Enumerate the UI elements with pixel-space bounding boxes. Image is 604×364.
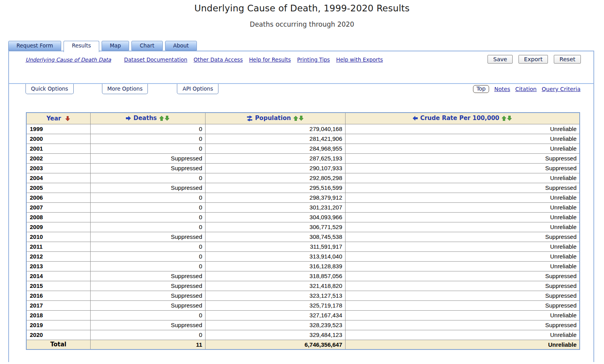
year-cell: 2015 bbox=[26, 281, 90, 291]
column-header-deaths[interactable]: Deaths bbox=[90, 113, 205, 124]
other-data-access-link[interactable]: Other Data Access bbox=[194, 56, 243, 63]
deaths-sort-icons bbox=[159, 115, 169, 122]
printing-tips-link[interactable]: Printing Tips bbox=[297, 56, 330, 63]
help-for-results-link[interactable]: Help for Results bbox=[249, 56, 291, 63]
sort-desc-green-icon[interactable] bbox=[507, 116, 512, 121]
deaths-cell: Suppressed bbox=[90, 320, 205, 330]
year-cell: 2007 bbox=[26, 202, 90, 212]
deaths-cell: 0 bbox=[90, 202, 205, 212]
deaths-cell: Suppressed bbox=[90, 271, 205, 281]
table-row: 2020 0 329,484,123 Unreliable bbox=[26, 330, 580, 340]
population-cell: 306,771,529 bbox=[205, 222, 345, 232]
deaths-cell: 0 bbox=[90, 144, 205, 153]
sort-asc-green-icon[interactable] bbox=[159, 116, 164, 121]
header-row: Year Deaths Populati bbox=[26, 113, 580, 124]
tab-about[interactable]: About bbox=[165, 41, 197, 51]
citation-link[interactable]: Citation bbox=[515, 86, 537, 92]
crude-rate-cell: Suppressed bbox=[345, 271, 580, 281]
population-cell: 292,805,298 bbox=[205, 173, 345, 183]
table-row: 2014 Suppressed 318,857,056 Suppressed bbox=[26, 271, 580, 281]
table-row: 2006 0 298,379,912 Unreliable bbox=[26, 193, 580, 202]
deaths-cell: 0 bbox=[90, 124, 205, 134]
deaths-cell: 0 bbox=[90, 193, 205, 202]
api-options-tab[interactable]: API Options bbox=[177, 84, 218, 94]
reset-button[interactable]: Reset bbox=[554, 55, 581, 64]
year-cell: 1999 bbox=[26, 124, 90, 134]
total-row: Total 11 6,746,356,647 Unreliable bbox=[26, 340, 580, 349]
top-button[interactable]: Top bbox=[473, 85, 489, 93]
table-row: 2002 Suppressed 287,625,193 Suppressed bbox=[26, 153, 580, 163]
crude-rate-cell: Unreliable bbox=[345, 310, 580, 320]
quick-options-tab[interactable]: Quick Options bbox=[25, 84, 74, 94]
tab-chart[interactable]: Chart bbox=[131, 41, 162, 51]
query-criteria-link[interactable]: Query Criteria bbox=[542, 86, 580, 92]
year-cell: 2017 bbox=[26, 300, 90, 310]
crude-rate-cell: Unreliable bbox=[345, 134, 580, 144]
table-row: 2008 0 304,093,966 Unreliable bbox=[26, 212, 580, 222]
table-row: 2015 Suppressed 321,418,820 Suppressed bbox=[26, 281, 580, 291]
export-button[interactable]: Export bbox=[518, 55, 548, 64]
column-header-crude-rate[interactable]: Crude Rate Per 100,000 bbox=[345, 113, 580, 124]
deaths-header-label: Deaths bbox=[133, 115, 157, 122]
population-cell: 329,484,123 bbox=[205, 330, 345, 340]
tab-request-form[interactable]: Request Form bbox=[8, 41, 61, 51]
table-row: 2010 Suppressed 308,745,538 Suppressed bbox=[26, 232, 580, 242]
tab-bar: Request Form Results Map Chart About bbox=[8, 41, 197, 52]
sort-asc-green-icon[interactable] bbox=[293, 116, 298, 121]
results-table-wrapper: Year Deaths Populati bbox=[26, 112, 580, 350]
sort-desc-green-icon[interactable] bbox=[165, 116, 169, 121]
crude-rate-cell: Suppressed bbox=[345, 232, 580, 242]
deaths-cell: Suppressed bbox=[90, 183, 205, 193]
crude-rate-cell: Suppressed bbox=[345, 163, 580, 173]
sort-desc-green-icon[interactable] bbox=[299, 116, 304, 121]
total-population: 6,746,356,647 bbox=[205, 340, 345, 349]
table-row: 1999 0 279,040,168 Unreliable bbox=[26, 124, 580, 134]
year-cell: 2001 bbox=[26, 144, 90, 153]
crude-rate-cell: Unreliable bbox=[345, 173, 580, 183]
deaths-cell: Suppressed bbox=[90, 232, 205, 242]
year-cell: 2014 bbox=[26, 271, 90, 281]
more-options-tab[interactable]: More Options bbox=[102, 84, 148, 94]
table-row: 2007 0 301,231,207 Unreliable bbox=[26, 202, 580, 212]
year-cell: 2011 bbox=[26, 242, 90, 251]
column-header-population[interactable]: Population bbox=[205, 113, 345, 124]
tab-results[interactable]: Results bbox=[64, 41, 99, 52]
population-cell: 318,857,056 bbox=[205, 271, 345, 281]
page-title: Underlying Cause of Death, 1999-2020 Res… bbox=[0, 3, 604, 13]
sort-desc-red-icon[interactable] bbox=[65, 116, 70, 121]
table-row: 2013 0 316,128,839 Unreliable bbox=[26, 261, 580, 271]
help-with-exports-link[interactable]: Help with Exports bbox=[336, 56, 383, 63]
crude-rate-cell: Suppressed bbox=[345, 281, 580, 291]
swap-blue-icon bbox=[247, 115, 253, 121]
save-button[interactable]: Save bbox=[488, 55, 513, 64]
population-cell: 313,914,040 bbox=[205, 251, 345, 261]
deaths-cell: 0 bbox=[90, 173, 205, 183]
page-nav-links: Top Notes Citation Query Criteria bbox=[473, 85, 580, 93]
table-row: 2016 Suppressed 323,127,513 Suppressed bbox=[26, 291, 580, 300]
deaths-cell: Suppressed bbox=[90, 153, 205, 163]
crude-rate-sort-icons bbox=[502, 115, 512, 122]
sort-asc-green-icon[interactable] bbox=[502, 116, 506, 121]
year-cell: 2006 bbox=[26, 193, 90, 202]
population-cell: 287,625,193 bbox=[205, 153, 345, 163]
column-header-year[interactable]: Year bbox=[26, 113, 90, 124]
table-row: 2000 0 281,421,906 Unreliable bbox=[26, 134, 580, 144]
dataset-documentation-link[interactable]: Dataset Documentation bbox=[124, 56, 187, 63]
page-subtitle: Deaths occurring through 2020 bbox=[0, 20, 604, 28]
notes-link[interactable]: Notes bbox=[494, 86, 510, 92]
deaths-cell: 0 bbox=[90, 134, 205, 144]
population-cell: 281,421,906 bbox=[205, 134, 345, 144]
table-body: 1999 0 279,040,168 Unreliable 2000 0 281… bbox=[26, 124, 580, 340]
crude-rate-cell: Suppressed bbox=[345, 300, 580, 310]
dataset-link[interactable]: Underlying Cause of Death Data bbox=[25, 56, 111, 63]
table-row: 2001 0 284,968,955 Unreliable bbox=[26, 144, 580, 153]
option-tabs: Quick Options More Options API Options bbox=[25, 84, 218, 94]
tab-map[interactable]: Map bbox=[102, 41, 129, 51]
crude-rate-cell: Unreliable bbox=[345, 242, 580, 251]
year-cell: 2003 bbox=[26, 163, 90, 173]
year-cell: 2005 bbox=[26, 183, 90, 193]
deaths-cell: Suppressed bbox=[90, 291, 205, 300]
year-header-label: Year bbox=[47, 115, 61, 122]
deaths-cell: 0 bbox=[90, 330, 205, 340]
year-cell: 2002 bbox=[26, 153, 90, 163]
